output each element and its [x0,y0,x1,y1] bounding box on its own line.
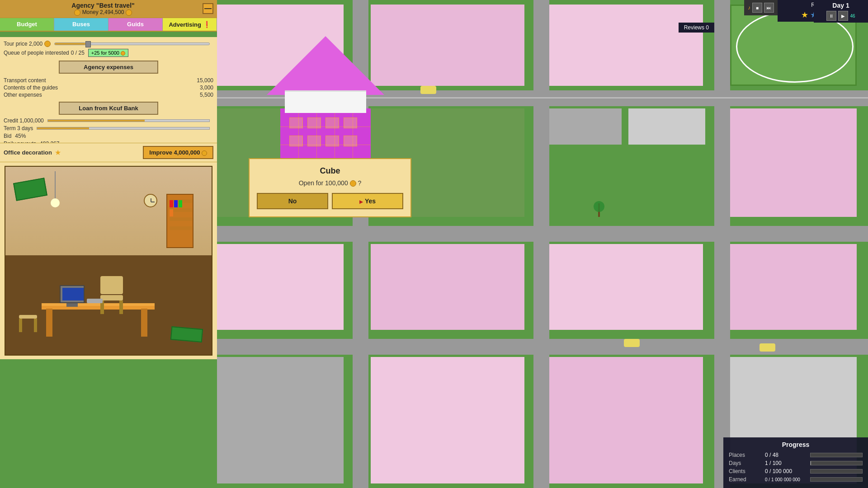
office-header: Office decoration ★ Improve 4,000,000 [0,143,217,162]
keyboard [87,299,103,303]
next-button[interactable]: ⏭ [764,3,774,13]
road-v3 [714,0,730,488]
term-slider[interactable] [37,127,210,130]
coin-icon [350,180,356,187]
top-right-panel: ♪ ■ ⏭ Rating ? ★ ★ ★ ★ ★ Day 1 ⏸ ▶ 46 [744,0,868,22]
office-interior [5,166,212,356]
tab-guides[interactable]: Guids [108,18,163,31]
progress-days: Days 1 / 100 [729,460,863,466]
vehicle-2 [624,339,640,347]
progress-earned: Earned 0 / 1 000 000 000 [729,476,863,483]
agency-expenses-button[interactable]: Agency expenses [59,61,158,74]
progress-panel: Progress Places 0 / 48 Days 1 / 100 Clie… [723,437,868,488]
bld-gray-1 [549,108,622,145]
day-controls: ⏸ ▶ 46 [817,11,864,21]
tour-price-label: Tour price 2,000 [4,41,42,47]
bid-row: Bid 45% [4,133,213,139]
star-icon: ★ [55,148,61,157]
desk-leg-right [141,309,147,337]
cube-roof [267,36,384,95]
queue-bonus-button[interactable]: +25 for 5000 [88,49,128,57]
dialog-buttons: No ▶Yes [257,193,403,209]
money-coin-icon2 [126,9,132,16]
office-decoration-label: Office decoration [4,149,52,156]
agency-header: Agency "Best travel" Money 2,494,500 — [0,0,217,18]
computer-base [66,303,78,307]
expense-transport: Transport content 15,000 [4,77,213,84]
chair [100,276,123,314]
expense-other: Other expenses 5,500 [4,92,213,98]
progress-bar-earned [810,477,863,482]
play-button[interactable]: ▶ [838,11,848,21]
day-panel: Day 1 ⏸ ▶ 46 [814,0,868,23]
vehicle-1 [420,86,436,94]
loan-button[interactable]: Loan from Kcuf Bank [59,102,158,115]
tour-price-row: Tour price 2,000 [4,41,213,47]
expenses-table: Transport content 15,000 Contents of the… [4,77,213,98]
progress-bar-clients [810,469,863,474]
credit-slider[interactable] [47,119,210,122]
queue-value: 0 / 25 [71,50,85,56]
bld-bot-4 [730,244,857,330]
progress-bar-places [810,453,863,457]
nav-tabs: Budget Buses Guids Advertising ❗ [0,18,217,31]
agency-title: Agency "Best travel" [71,2,134,9]
queue-row: Queue of people interested 0 / 25 +25 fo… [4,49,213,57]
music-controls: ♪ ■ ⏭ [744,0,778,15]
day-label: Day 1 [817,2,864,9]
queue-bonus-coin [121,51,125,56]
minimize-button[interactable]: — [203,3,213,14]
pause-button[interactable]: ⏸ [826,11,836,21]
improve-button[interactable]: Improve 4,000,000 [143,146,213,159]
progress-bar-days [810,461,863,465]
bld-pink-mid [730,108,857,217]
dialog-title: Cube [257,166,403,176]
tab-buses[interactable]: Buses [54,18,108,31]
speed-indicator: 46 [850,14,855,19]
yes-button[interactable]: ▶Yes [332,193,403,209]
top-bar: Agency "Best travel" Money 2,494,500 — B… [0,0,217,32]
star-1: ★ [801,10,808,20]
road-v2 [533,0,549,488]
progress-title: Progress [729,441,863,448]
desk [42,303,155,310]
tour-price-slider[interactable] [54,42,210,45]
money-display: Money 2,494,500 [71,9,134,16]
computer [60,285,85,303]
building-2 [371,5,524,86]
green-board-2 [170,326,203,343]
queue-label: Queue of people interested [4,50,69,56]
expense-guides: Contents of the guides 3,000 [4,84,213,91]
lamp [51,171,60,207]
tab-budget[interactable]: Budget [0,18,54,31]
bld-bot-3 [549,244,703,330]
desk-leg-left [46,309,52,337]
tab-advertising[interactable]: Advertising ❗ [163,18,217,31]
decoration-1 [592,203,606,217]
building-3 [549,5,703,86]
bookshelf [166,194,193,248]
improve-coin-icon [202,150,207,156]
money-coin-icon [74,9,80,16]
bld-bot-1 [217,244,344,330]
bld-btm-3 [549,357,703,483]
office-section: Office decoration ★ Improve 4,000,000 [0,143,217,359]
credit-row: Credit 1,000,000 [4,117,213,124]
progress-places: Places 0 / 48 [729,452,863,458]
music-note-icon: ♪ [748,5,750,11]
reviews-panel: Reviews 0 [679,23,714,33]
bld-btm-2 [371,357,524,483]
wall-clock [144,194,157,207]
bld-gray-2 [628,108,705,145]
tour-price-coin [44,41,51,47]
stop-button[interactable]: ■ [752,3,762,13]
no-button[interactable]: No [257,193,328,209]
stool [19,315,37,332]
vehicle-3 [760,343,775,352]
dialog-question: Open for 100,000 ? [257,179,403,187]
cube-dialog: Cube Open for 100,000 ? No ▶Yes [249,158,411,217]
term-row: Term 3 days [4,125,213,131]
progress-clients: Clients 0 / 100 000 [729,468,863,474]
bld-bot-2 [371,244,524,330]
bld-btm-1 [217,357,344,483]
